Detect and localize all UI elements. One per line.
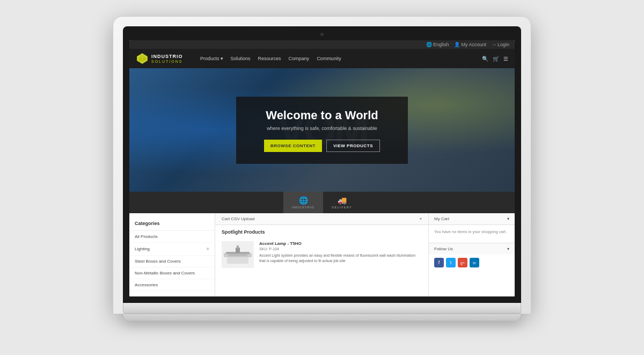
top-bar: 🌐 English 👤 My Account → Login <box>129 40 515 49</box>
delivery-icon: 🚚 <box>338 196 347 205</box>
cart-bar[interactable]: My Cart ▾ <box>429 213 515 225</box>
right-panel: My Cart ▾ You have no items in your shop… <box>429 213 515 296</box>
login-label: Login <box>497 42 509 47</box>
tab-industrio[interactable]: 🌐 INDUSTRIO <box>283 192 323 213</box>
accessories-label: Accessories <box>135 282 158 287</box>
sidebar-item-steel-boxes[interactable]: Steel Boxes and Covers <box>129 256 215 267</box>
lamp-icon <box>223 242 253 267</box>
hero-subtitle: where everything is safe, comfortable & … <box>255 126 389 131</box>
view-products-button[interactable]: VIEW PRODUCTS <box>326 140 380 152</box>
cart-title: My Cart <box>434 216 449 221</box>
csv-chevron-icon: ▾ <box>420 216 422 221</box>
nav-solutions-label: Solutions <box>231 56 251 61</box>
nav-resources[interactable]: Resources <box>258 56 281 61</box>
csv-upload-bar[interactable]: Cart CSV Upload ▾ <box>215 213 428 225</box>
hero-box: Welcome to a World where everything is s… <box>236 97 408 164</box>
cart-chevron-icon: ▾ <box>507 216 509 221</box>
follow-title: Follow Us <box>434 247 453 251</box>
nav-company[interactable]: Company <box>289 56 310 61</box>
sidebar-item-lighting[interactable]: Lighting + <box>129 243 215 256</box>
product-sku: SKU: P-104 <box>259 247 422 251</box>
laptop-bottom <box>123 314 521 321</box>
logo-sub: SOLUTIONS <box>151 60 183 63</box>
nav-community[interactable]: Community <box>317 56 341 61</box>
camera <box>320 33 324 36</box>
csv-upload-label: Cart CSV Upload <box>222 216 254 221</box>
sidebar-item-nonmetallic-boxes[interactable]: Non-Metallic Boxes and Covers <box>129 267 215 279</box>
sidebar-item-accessories[interactable]: Accessories <box>129 279 215 291</box>
hero-buttons: BROWSE CONTENT VIEW PRODUCTS <box>255 140 389 152</box>
center-panel: Cart CSV Upload ▾ Spotlight Products <box>215 213 429 296</box>
globe-icon: 🌐 <box>426 42 432 47</box>
chevron-down-icon: ▾ <box>221 56 223 61</box>
hero-title: Welcome to a World <box>255 108 389 122</box>
industrio-icon: 🌐 <box>299 196 308 205</box>
lighting-expand-icon: + <box>206 246 209 252</box>
all-products-label: All Products <box>135 234 158 239</box>
cart-empty-message: You have no items in your shopping cart. <box>429 225 515 238</box>
logo-name: INDUSTRIO <box>151 54 183 60</box>
screen-bezel: 🌐 English 👤 My Account → Login <box>123 26 521 303</box>
account-link[interactable]: 👤 My Account <box>454 42 486 47</box>
hero-section: VOM Welcome to a World where everything … <box>129 68 515 192</box>
product-name: Accent Lamp - T5HO <box>259 241 422 246</box>
nav-solutions[interactable]: Solutions <box>231 56 251 61</box>
linkedin-icon[interactable]: in <box>470 258 479 267</box>
nav-links: Products ▾ Solutions Resources Company <box>200 56 471 61</box>
googleplus-icon[interactable]: g+ <box>458 258 467 267</box>
screen-content: 🌐 English 👤 My Account → Login <box>129 40 515 296</box>
logo[interactable]: INDUSTRIO SOLUTIONS <box>136 52 189 65</box>
language-label: English <box>433 42 449 47</box>
lighting-label: Lighting <box>135 247 150 251</box>
laptop-wrapper: 🌐 English 👤 My Account → Login <box>80 0 564 355</box>
sidebar-title: Categories <box>129 219 215 231</box>
social-icons: f t g+ in <box>429 255 515 271</box>
laptop-base <box>123 303 521 314</box>
account-label: My Account <box>461 42 486 47</box>
tab-delivery[interactable]: 🚚 DELIVERY <box>323 192 361 213</box>
hero-tabs: 🌐 INDUSTRIO 🚚 DELIVERY <box>129 192 515 213</box>
nav-bar: INDUSTRIO SOLUTIONS Products ▾ Solutions <box>129 49 515 68</box>
svg-rect-5 <box>227 257 248 264</box>
product-description: Accent Light system provides an easy and… <box>259 253 422 264</box>
logo-icon <box>136 52 149 65</box>
nav-products-label: Products <box>200 56 219 61</box>
cart-icon[interactable]: 🛒 <box>493 56 499 62</box>
main-content: Categories All Products Lighting + Steel… <box>129 213 515 296</box>
spotlight-title: Spotlight Products <box>215 225 428 238</box>
facebook-icon[interactable]: f <box>434 258 444 267</box>
follow-chevron-icon: ▾ <box>507 247 509 251</box>
product-image <box>222 241 254 268</box>
product-info: Accent Lamp - T5HO SKU: P-104 Accent Lig… <box>259 241 422 268</box>
sidebar: Categories All Products Lighting + Steel… <box>129 213 215 296</box>
user-icon: 👤 <box>454 42 460 47</box>
nav-company-label: Company <box>289 56 310 61</box>
tab-delivery-label: DELIVERY <box>332 206 352 209</box>
nav-resources-label: Resources <box>258 56 281 61</box>
menu-icon[interactable]: ☰ <box>503 56 508 62</box>
login-link[interactable]: → Login <box>492 42 509 47</box>
laptop-body: 🌐 English 👤 My Account → Login <box>113 16 531 314</box>
language-selector[interactable]: 🌐 English <box>426 42 449 47</box>
login-icon: → <box>492 42 496 47</box>
product-row: Accent Lamp - T5HO SKU: P-104 Accent Lig… <box>215 238 428 271</box>
nav-products[interactable]: Products ▾ <box>200 56 223 61</box>
browse-content-button[interactable]: BROWSE CONTENT <box>264 140 322 152</box>
svg-rect-6 <box>228 254 247 256</box>
twitter-icon[interactable]: t <box>446 258 456 267</box>
tab-industrio-label: INDUSTRIO <box>292 206 314 209</box>
nav-icons: 🔍 🛒 ☰ <box>482 56 508 62</box>
nav-community-label: Community <box>317 56 341 61</box>
steel-boxes-label: Steel Boxes and Covers <box>135 259 181 264</box>
search-icon[interactable]: 🔍 <box>482 56 488 62</box>
follow-bar: Follow Us ▾ <box>429 243 515 255</box>
sidebar-item-all-products[interactable]: All Products <box>129 231 215 243</box>
nonmetallic-boxes-label: Non-Metallic Boxes and Covers <box>135 271 195 276</box>
svg-rect-9 <box>237 245 239 249</box>
